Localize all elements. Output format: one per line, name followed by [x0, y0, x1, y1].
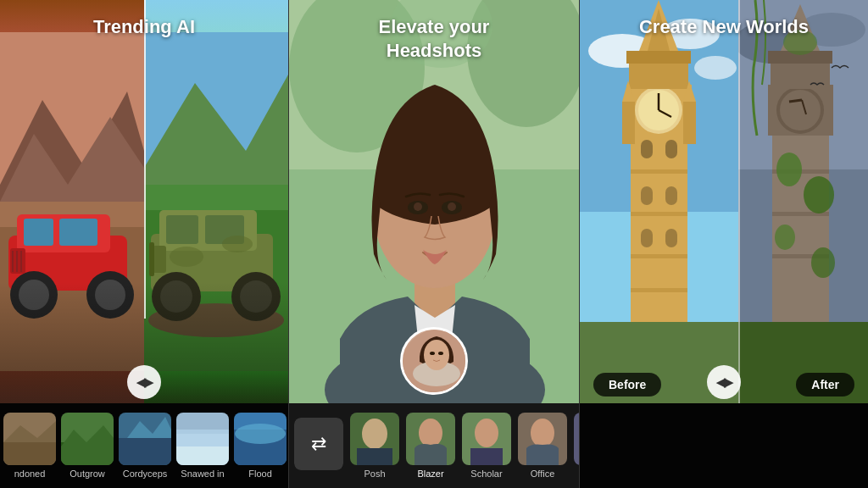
- svg-rect-106: [641, 229, 653, 247]
- svg-rect-114: [626, 51, 691, 64]
- center-thumb-label-4: Office: [531, 469, 555, 479]
- svg-rect-104: [641, 186, 653, 205]
- svg-point-72: [430, 352, 435, 355]
- left-thumb-label-3: Cordyceps: [123, 469, 168, 479]
- center-thumb-label-1: Posh: [364, 469, 385, 479]
- red-jeep-svg: [0, 0, 144, 403]
- share-icon-container: ⇄: [294, 418, 343, 470]
- svg-rect-117: [622, 102, 635, 144]
- svg-rect-118: [683, 102, 696, 144]
- svg-point-73: [438, 352, 443, 355]
- svg-point-134: [811, 247, 835, 278]
- left-panel: Trending AI: [0, 0, 288, 488]
- svg-rect-22: [144, 185, 288, 210]
- left-main-image: [0, 0, 288, 403]
- svg-point-67: [448, 202, 456, 211]
- center-thumb-img-3: [462, 413, 511, 465]
- svg-rect-8: [24, 219, 53, 246]
- svg-point-71: [424, 340, 449, 370]
- center-title-line1: Elevate your: [379, 16, 490, 37]
- left-thumb-img-2: [61, 413, 114, 465]
- svg-point-11: [19, 280, 49, 310]
- svg-point-66: [414, 202, 422, 211]
- svg-point-132: [804, 176, 834, 214]
- right-divider: [738, 0, 740, 403]
- svg-rect-37: [3, 442, 56, 465]
- svg-point-13: [95, 280, 125, 310]
- after-button[interactable]: After: [796, 373, 854, 396]
- svg-rect-126: [772, 127, 829, 322]
- share-icon: ⇄: [311, 433, 326, 455]
- overgrown-ben-svg: [738, 0, 868, 403]
- svg-point-94: [694, 56, 737, 80]
- svg-rect-113: [629, 59, 688, 89]
- svg-point-133: [775, 225, 795, 250]
- svg-point-83: [531, 419, 554, 447]
- left-thumb-3[interactable]: Cordyceps: [119, 413, 171, 479]
- green-jeep-svg: [144, 0, 288, 403]
- svg-point-50: [235, 424, 286, 444]
- svg-point-33: [240, 280, 272, 313]
- right-before-scene: [580, 0, 738, 403]
- left-thumb-1[interactable]: ndoned: [3, 413, 56, 479]
- svg-point-75: [362, 419, 387, 449]
- right-panel-title: Create New Worlds: [580, 15, 868, 39]
- center-thumb-label-2: Blazer: [417, 469, 443, 479]
- left-thumb-5[interactable]: Flood: [234, 413, 287, 479]
- svg-rect-35: [149, 242, 154, 276]
- svg-rect-96: [631, 127, 687, 322]
- center-thumb-share[interactable]: ⇄: [294, 418, 343, 474]
- svg-rect-99: [631, 212, 687, 216]
- left-thumb-label-1: ndoned: [14, 469, 46, 479]
- right-panel: Create New Worlds: [580, 0, 868, 488]
- left-thumb-label-5: Flood: [248, 469, 272, 479]
- svg-rect-81: [470, 448, 503, 465]
- center-portrait-circle: [400, 327, 468, 395]
- left-slider-button[interactable]: ◀▶: [127, 365, 161, 399]
- right-bottom-strip: [580, 403, 868, 488]
- left-thumb-img-1: [3, 413, 56, 465]
- center-thumb-img-2: [406, 413, 455, 465]
- left-thumb-img-5: [234, 413, 287, 465]
- center-thumb-2[interactable]: Blazer: [406, 413, 455, 479]
- svg-rect-140: [771, 59, 830, 89]
- center-thumb-5[interactable]: Formal: [574, 413, 580, 479]
- center-panel: Elevate your Headshots: [288, 0, 580, 488]
- svg-rect-26: [166, 215, 198, 244]
- left-panel-title: Trending AI: [0, 15, 288, 39]
- right-bottom-bg: [580, 403, 868, 488]
- left-divider: [144, 0, 146, 319]
- before-button[interactable]: Before: [593, 373, 661, 396]
- center-thumbnail-strip: ⇄ Posh Blazer Scholar: [289, 403, 579, 488]
- svg-rect-9: [59, 219, 97, 246]
- red-jeep-scene: [0, 0, 144, 403]
- svg-rect-107: [665, 229, 677, 247]
- svg-point-28: [170, 247, 203, 267]
- svg-rect-84: [574, 413, 580, 465]
- left-thumb-img-3: [119, 413, 171, 465]
- center-thumb-4[interactable]: Office: [518, 413, 567, 479]
- center-thumb-img-5: [574, 413, 580, 465]
- svg-rect-101: [631, 288, 687, 292]
- left-thumb-img-4: [176, 413, 229, 465]
- svg-line-138: [789, 100, 802, 102]
- center-title-line2: Headshots: [387, 40, 481, 61]
- center-thumb-label-3: Scholar: [470, 469, 502, 479]
- svg-rect-34: [153, 246, 166, 273]
- svg-rect-47: [176, 430, 229, 446]
- center-thumb-3[interactable]: Scholar: [462, 413, 511, 479]
- center-thumb-1[interactable]: Posh: [350, 413, 399, 479]
- svg-point-137: [780, 90, 821, 130]
- left-thumb-2[interactable]: Outgrow: [61, 413, 114, 479]
- left-slider-icon: ◀▶: [136, 375, 152, 389]
- center-share-img: ⇄: [294, 418, 343, 470]
- svg-rect-43: [119, 438, 171, 465]
- center-panel-title: Elevate your Headshots: [289, 15, 579, 62]
- svg-point-31: [160, 280, 192, 313]
- left-thumbnail-strip: ndoned Outgrow Cordyceps Snawed in Flood: [0, 403, 288, 488]
- svg-rect-103: [665, 140, 677, 158]
- left-thumb-4[interactable]: Snawed in: [176, 413, 229, 479]
- right-after-scene: [738, 0, 868, 403]
- svg-point-78: [419, 419, 442, 447]
- svg-rect-102: [641, 140, 653, 158]
